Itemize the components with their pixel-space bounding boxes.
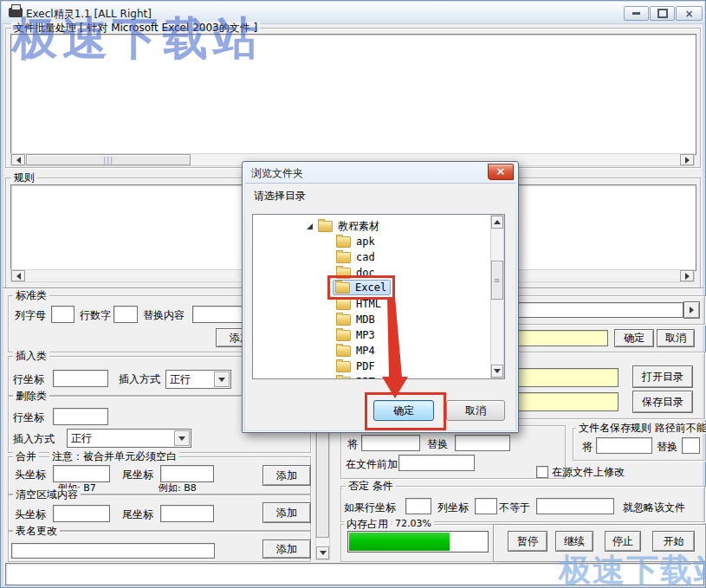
delete-row-input[interactable] — [53, 408, 108, 425]
cancel-button[interactable]: 取消 — [657, 329, 695, 347]
annotation-box-excel — [327, 275, 395, 300]
delete-group-title: 删除类 — [13, 390, 49, 402]
prefix-label: 在文件前加 — [346, 458, 398, 470]
tree-item[interactable]: MDB — [253, 312, 375, 327]
arrow-right-icon — [685, 273, 690, 280]
col-letter-input[interactable] — [51, 306, 74, 323]
start-button[interactable]: 开始 — [652, 531, 695, 552]
scroll-down-button[interactable] — [316, 546, 329, 559]
row-number-input[interactable] — [113, 306, 138, 323]
modify-source-checkbox[interactable] — [536, 466, 548, 478]
neq-value-input[interactable] — [536, 498, 614, 514]
folder-icon — [336, 299, 351, 310]
filename-to-input[interactable] — [682, 437, 700, 454]
negate-row-input[interactable] — [405, 498, 431, 514]
chevron-down-icon — [178, 436, 185, 441]
pause-button[interactable]: 暂停 — [508, 531, 547, 552]
dropdown-button[interactable] — [174, 430, 190, 446]
scroll-left-button[interactable] — [11, 154, 25, 165]
folder-icon — [336, 236, 351, 248]
scroll-up-button[interactable] — [491, 216, 503, 229]
merge-tail-input[interactable] — [160, 465, 214, 482]
scroll-left-button[interactable] — [11, 270, 25, 281]
minimize-icon — [632, 12, 640, 15]
negate-col-input[interactable] — [475, 498, 497, 514]
minimize-button[interactable] — [624, 6, 649, 21]
merge-note: 注意：被合并单元必须空白 — [49, 450, 179, 462]
status-bar — [5, 563, 704, 585]
insert-row-input[interactable] — [53, 370, 108, 387]
scroll-down-button[interactable] — [491, 365, 503, 378]
replace-to-input[interactable] — [455, 435, 510, 451]
expander-icon[interactable] — [307, 223, 313, 229]
arrow-right-icon — [690, 307, 694, 313]
folder-icon — [336, 361, 351, 372]
scroll-thumb[interactable]: ||| — [26, 154, 191, 165]
file-frame-label: 文件批量处理 [ 针对 Microsoft Excel 2003的文件 ] — [11, 22, 260, 34]
dialog-close-button[interactable]: × — [488, 164, 514, 180]
tree-item-root[interactable]: 教程素材 — [253, 218, 379, 234]
merge-head-input[interactable] — [53, 465, 110, 482]
dialog-cancel-button[interactable]: 取消 — [446, 400, 505, 421]
tree-item[interactable]: PDF — [253, 359, 375, 374]
browse-folder-dialog: 浏览文件夹 × 请选择目录 教程素材 apk cad doc Excel HTM… — [242, 161, 519, 433]
negate-col-label: 列坐标 — [437, 501, 469, 514]
annotation-box-ok — [365, 392, 446, 430]
insert-row-label: 行坐标 — [13, 373, 44, 385]
memory-label: 内存占用 — [344, 518, 391, 530]
filename-from-input[interactable] — [596, 437, 652, 454]
replace-from-input[interactable] — [361, 435, 420, 451]
dialog-prompt: 请选择目录 — [254, 190, 306, 202]
open-dir-button[interactable]: 打开目录 — [632, 365, 693, 388]
ok-button[interactable]: 确定 — [614, 329, 654, 347]
clear-add-button[interactable]: 添加 — [262, 502, 311, 523]
if-row-label: 如果行坐标 — [344, 501, 396, 514]
clear-head-input[interactable] — [53, 505, 110, 522]
window-title: Execl精灵1.1 [ALL Right] — [26, 7, 152, 22]
tree-vscrollbar[interactable]: ≡ — [490, 215, 504, 378]
prefix-input[interactable] — [398, 455, 475, 471]
chevron-down-icon — [218, 378, 225, 382]
merge-add-button[interactable]: 添加 — [262, 465, 311, 486]
rename-input[interactable] — [11, 543, 215, 559]
tree-item[interactable]: apk — [253, 234, 375, 249]
clear-head-label: 头坐标 — [15, 508, 46, 520]
tree-item[interactable]: MP3 — [253, 327, 375, 343]
maximize-button[interactable] — [650, 6, 675, 21]
delete-mode-select[interactable]: 正行 — [67, 429, 191, 448]
scroll-thumb[interactable]: ≡ — [491, 261, 503, 300]
arrow-left-icon — [16, 157, 21, 164]
standard-group-title: 标准类 — [13, 289, 49, 301]
dialog-title: 浏览文件夹 — [251, 166, 303, 181]
insert-group-title: 插入类 — [13, 350, 49, 362]
clear-tail-label: 尾坐标 — [122, 508, 153, 520]
modify-source-label: 在源文件上修改 — [552, 466, 625, 478]
resume-button[interactable]: 继续 — [555, 531, 593, 552]
folder-icon — [336, 252, 351, 263]
maximize-icon — [657, 9, 668, 18]
tree-item[interactable]: PPT — [253, 374, 375, 379]
arrow-up-icon — [494, 220, 501, 224]
rename-add-button[interactable]: 添加 — [262, 540, 311, 559]
folder-icon — [336, 377, 351, 380]
tree-item[interactable]: cad — [253, 249, 375, 265]
replace-from-label: 将 — [347, 438, 358, 450]
tree-item[interactable]: MP4 — [253, 343, 375, 359]
scroll-right-button[interactable] — [680, 270, 694, 281]
file-list[interactable] — [10, 34, 696, 155]
grip-icon: ||| — [103, 156, 113, 165]
dropdown-button[interactable] — [214, 372, 230, 387]
scroll-right-button[interactable] — [680, 154, 694, 165]
stop-button[interactable]: 停止 — [605, 531, 641, 552]
expand-path-button[interactable] — [683, 301, 700, 319]
clear-tail-input[interactable] — [160, 505, 214, 522]
merge-group-title: 合并 — [13, 450, 39, 462]
close-button[interactable]: × — [676, 6, 703, 21]
insert-mode-select[interactable]: 正行 — [165, 370, 231, 389]
arrow-down-icon — [320, 551, 327, 555]
app-icon — [9, 8, 23, 17]
filename-rule-title: 文件名保存规则 路径前不能含有 — [576, 422, 706, 434]
folder-icon — [336, 346, 351, 357]
arrow-right-icon — [685, 157, 690, 164]
save-dir-button[interactable]: 保存目录 — [632, 391, 693, 413]
